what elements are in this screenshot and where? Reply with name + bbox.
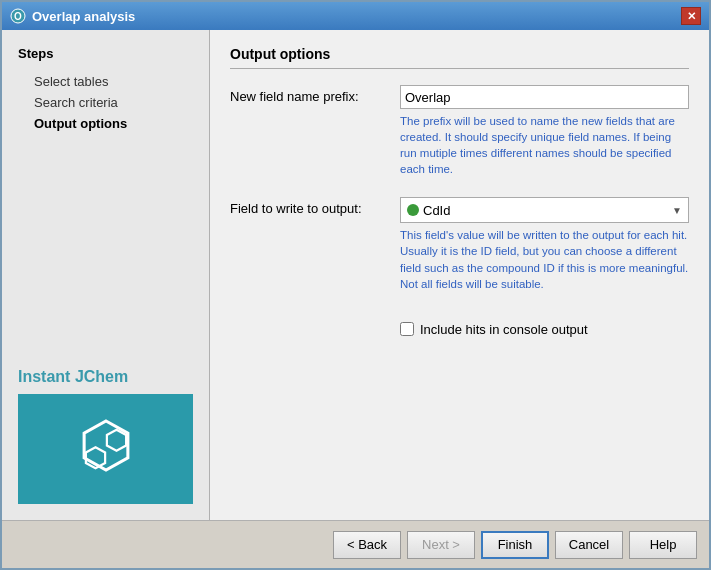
next-button[interactable]: Next > bbox=[407, 531, 475, 559]
console-output-checkbox[interactable] bbox=[400, 322, 414, 336]
help-button[interactable]: Help bbox=[629, 531, 697, 559]
finish-button[interactable]: Finish bbox=[481, 531, 549, 559]
window-title: Overlap analysis bbox=[32, 9, 135, 24]
brand-name: Instant JChem bbox=[18, 368, 193, 394]
steps-title: Steps bbox=[18, 46, 193, 61]
field-prefix-hint: The prefix will be used to name the new … bbox=[400, 113, 689, 177]
field-prefix-control: The prefix will be used to name the new … bbox=[400, 85, 689, 177]
field-output-control: CdId This field's value will be written … bbox=[400, 197, 689, 291]
sidebar-logo bbox=[18, 394, 193, 504]
title-bar-left: O Overlap analysis bbox=[10, 8, 135, 24]
field-prefix-label: New field name prefix: bbox=[230, 85, 400, 104]
field-output-label: Field to write to output: bbox=[230, 197, 400, 216]
overlap-analysis-window: O Overlap analysis ✕ Steps Select tables… bbox=[0, 0, 711, 570]
title-bar: O Overlap analysis ✕ bbox=[2, 2, 709, 30]
svg-text:O: O bbox=[14, 11, 22, 22]
field-output-hint: This field's value will be written to th… bbox=[400, 227, 689, 291]
window-body: Steps Select tables Search criteria Outp… bbox=[2, 30, 709, 520]
sidebar: Steps Select tables Search criteria Outp… bbox=[2, 30, 210, 520]
cancel-button[interactable]: Cancel bbox=[555, 531, 623, 559]
field-output-row: Field to write to output: CdId This fiel… bbox=[230, 197, 689, 291]
footer: < Back Next > Finish Cancel Help bbox=[2, 520, 709, 568]
section-title: Output options bbox=[230, 46, 689, 69]
step-2: Search criteria bbox=[34, 92, 193, 113]
field-output-select[interactable]: CdId bbox=[400, 197, 689, 223]
field-type-icon bbox=[407, 204, 419, 216]
step-3: Output options bbox=[34, 113, 193, 134]
step-1: Select tables bbox=[34, 71, 193, 92]
checkbox-row: Include hits in console output bbox=[400, 322, 689, 337]
hex-logo-icon bbox=[71, 414, 141, 484]
field-prefix-input[interactable] bbox=[400, 85, 689, 109]
close-button[interactable]: ✕ bbox=[681, 7, 701, 25]
field-output-value: CdId bbox=[423, 203, 450, 218]
svg-marker-3 bbox=[106, 430, 125, 451]
field-prefix-row: New field name prefix: The prefix will b… bbox=[230, 85, 689, 177]
back-button[interactable]: < Back bbox=[333, 531, 401, 559]
main-content: Output options New field name prefix: Th… bbox=[210, 30, 709, 520]
window-icon: O bbox=[10, 8, 26, 24]
console-output-label: Include hits in console output bbox=[420, 322, 588, 337]
steps-list: Select tables Search criteria Output opt… bbox=[18, 71, 193, 134]
